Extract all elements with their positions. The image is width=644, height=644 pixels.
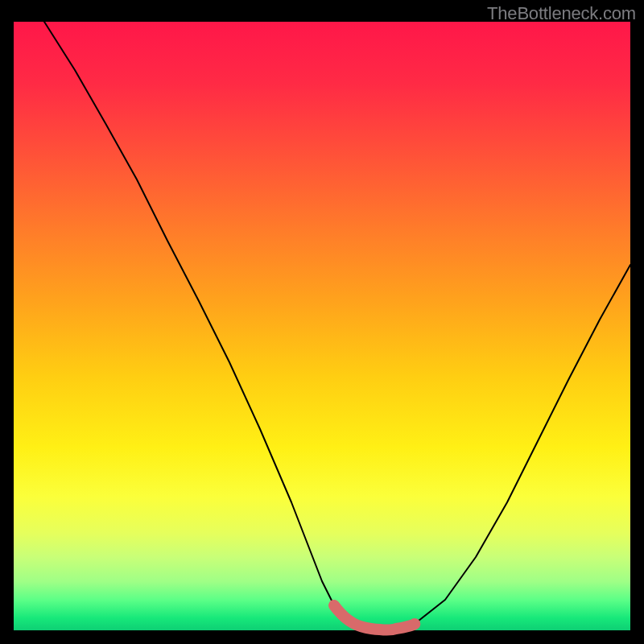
watermark-text: TheBottleneck.com (487, 3, 636, 24)
plot-area (14, 22, 630, 630)
bottleneck-curve (44, 22, 630, 630)
chart-frame: TheBottleneck.com (0, 0, 644, 644)
optimal-region-highlight (334, 605, 415, 630)
curve-layer (14, 22, 630, 630)
